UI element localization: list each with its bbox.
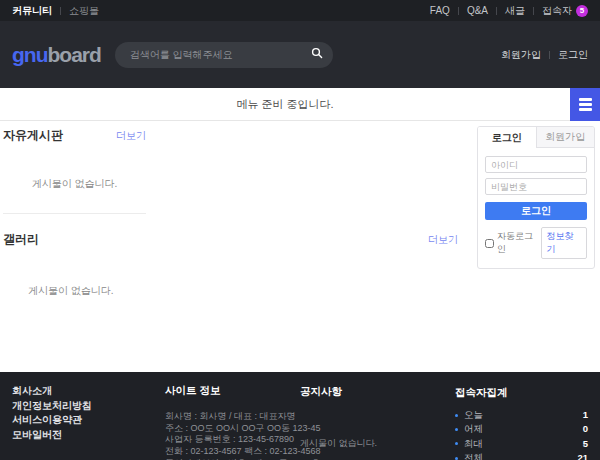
notice-empty-message: 게시물이 없습니다. (300, 437, 440, 450)
footer-link-company[interactable]: 회사소개 (12, 384, 92, 399)
search-button[interactable] (311, 47, 323, 62)
logo-text-gnu: gnu (12, 43, 47, 66)
stat-value: 5 (583, 437, 588, 451)
topbar-link-new-posts[interactable]: 새글 (505, 4, 525, 18)
gallery-title: 갤러리 (3, 231, 39, 248)
stat-value: 1 (583, 408, 588, 422)
footer: 회사소개 개인정보처리방침 서비스이용약관 모바일버전 사이트 정보 회사명 :… (0, 372, 600, 460)
auto-login-label: 자동로그인 (497, 230, 541, 256)
visitor-stats-title: 접속자집계 (455, 386, 588, 400)
member-links: 회원가입 로그인 (501, 48, 588, 62)
stat-row-yesterday: 어제 0 (455, 422, 588, 436)
free-board-more-link[interactable]: 더보기 (116, 129, 146, 143)
auto-login-option[interactable]: 자동로그인 (485, 230, 541, 256)
stat-label: 오늘 (464, 408, 483, 422)
latest-gallery: 갤러리 더보기 게시물이 없습니다. (3, 231, 458, 298)
divider (60, 7, 61, 15)
gallery-empty-message: 게시물이 없습니다. (3, 248, 458, 298)
topbar-link-shopping[interactable]: 쇼핑몰 (69, 4, 99, 18)
stat-label: 어제 (464, 422, 483, 436)
free-board-title: 자유게시판 (3, 127, 63, 144)
search-bar (115, 42, 333, 68)
login-box-body: 로그인 자동로그인 정보찾기 (478, 148, 594, 268)
bullet-icon (455, 428, 458, 431)
footer-link-privacy[interactable]: 개인정보처리방침 (12, 399, 92, 414)
login-box-tabs: 로그인 회원가입 (478, 127, 594, 148)
user-id-field[interactable] (485, 156, 587, 173)
free-board-header: 자유게시판 더보기 (3, 127, 146, 144)
free-board-empty-message: 게시물이 없습니다. (3, 144, 146, 191)
notice-title: 공지사항 (300, 385, 440, 399)
footer-visitor-stats: 접속자집계 오늘 1 어제 0 최대 5 (455, 386, 588, 460)
menu-notice-text: 메뉴 준비 중입니다. (0, 88, 570, 120)
login-box-footer: 자동로그인 정보찾기 (485, 227, 587, 259)
login-box: 로그인 회원가입 로그인 자동로그인 정보찾기 (477, 126, 595, 269)
menu-toggle-button[interactable] (570, 88, 600, 121)
topbar-link-qna[interactable]: Q&A (467, 5, 488, 16)
stat-value: 0 (583, 422, 588, 436)
bullet-icon (455, 457, 458, 460)
search-input[interactable] (128, 48, 311, 61)
footer-notice: 공지사항 게시물이 없습니다. (300, 385, 440, 450)
divider (496, 7, 497, 15)
tab-join[interactable]: 회원가입 (536, 127, 595, 148)
stat-label: 전체 (464, 451, 483, 460)
divider (549, 51, 550, 59)
page: 커뮤니티 쇼핑몰 FAQ Q&A 새글 접속자 5 gnuboard (0, 0, 600, 460)
password-field[interactable] (485, 178, 587, 195)
logo-text-board: board (47, 43, 100, 66)
tab-login[interactable]: 로그인 (478, 127, 536, 148)
gallery-more-link[interactable]: 더보기 (428, 233, 458, 247)
gallery-header: 갤러리 더보기 (3, 231, 458, 248)
site-logo[interactable]: gnuboard (12, 43, 101, 67)
topbar-link-community[interactable]: 커뮤니티 (12, 4, 52, 18)
topbar-link-visitors[interactable]: 접속자 (542, 4, 572, 18)
header: gnuboard 회원가입 로그인 (0, 21, 600, 88)
main-content: 자유게시판 더보기 게시물이 없습니다. 갤러리 더보기 게시물이 없습니다. … (0, 121, 600, 372)
stat-row-max: 최대 5 (455, 437, 588, 451)
divider (458, 7, 459, 15)
latest-free-board: 자유게시판 더보기 게시물이 없습니다. (3, 127, 146, 214)
footer-links: 회사소개 개인정보처리방침 서비스이용약관 모바일버전 (12, 384, 92, 442)
divider (533, 7, 534, 15)
stat-row-total: 전체 21 (455, 451, 588, 460)
footer-link-mobile[interactable]: 모바일버전 (12, 428, 92, 443)
stat-value: 21 (577, 451, 588, 460)
find-info-button[interactable]: 정보찾기 (541, 227, 587, 259)
topbar-link-faq[interactable]: FAQ (430, 5, 450, 16)
topbar-right: FAQ Q&A 새글 접속자 5 (430, 4, 588, 18)
bullet-icon (455, 414, 458, 417)
stat-row-today: 오늘 1 (455, 408, 588, 422)
search-icon (311, 47, 323, 62)
join-link[interactable]: 회원가입 (501, 48, 541, 62)
login-link[interactable]: 로그인 (558, 48, 588, 62)
footer-link-terms[interactable]: 서비스이용약관 (12, 413, 92, 428)
topbar: 커뮤니티 쇼핑몰 FAQ Q&A 새글 접속자 5 (0, 0, 600, 21)
login-button[interactable]: 로그인 (485, 202, 587, 220)
menubar: 메뉴 준비 중입니다. (0, 88, 600, 121)
visitor-count-badge[interactable]: 5 (576, 5, 588, 17)
stat-label: 최대 (464, 437, 483, 451)
auto-login-checkbox[interactable] (485, 239, 494, 248)
bullet-icon (455, 442, 458, 445)
topbar-left: 커뮤니티 쇼핑몰 (12, 4, 99, 18)
